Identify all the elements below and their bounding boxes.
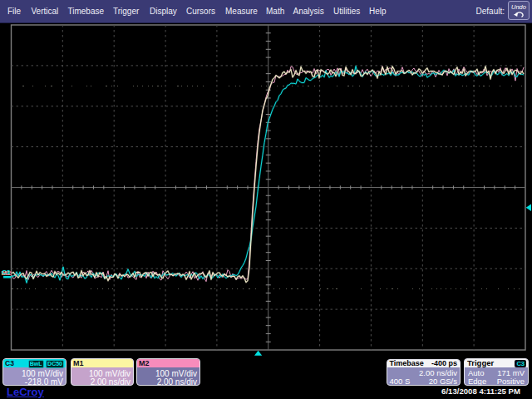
svg-text:C3: C3 [2, 268, 11, 276]
